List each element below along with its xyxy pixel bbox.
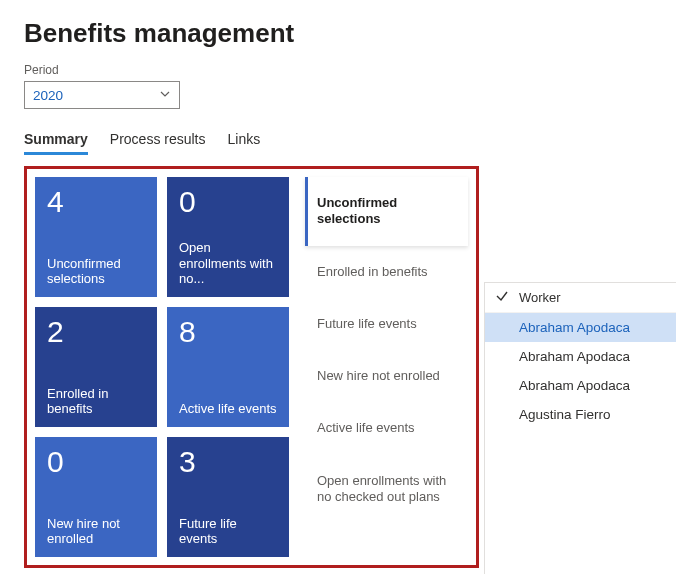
tile-count: 8 [179, 317, 277, 347]
tile-active-life-events[interactable]: 8 Active life events [167, 307, 289, 427]
worker-row[interactable]: Abraham Apodaca [485, 371, 676, 400]
list-item-active-life-events[interactable]: Active life events [305, 402, 468, 454]
tile-open-enrollments[interactable]: 0 Open enrollments with no... [167, 177, 289, 297]
tile-label: Active life events [179, 401, 277, 417]
period-select[interactable]: 2020 [24, 81, 180, 109]
worker-row[interactable]: Abraham Apodaca [485, 313, 676, 342]
period-value: 2020 [33, 88, 63, 103]
worker-row[interactable]: Abraham Apodaca [485, 342, 676, 371]
tile-label: Enrolled in benefits [47, 386, 145, 417]
worker-panel: Worker Abraham Apodaca Abraham Apodaca A… [484, 282, 676, 574]
tile-future-life-events[interactable]: 3 Future life events [167, 437, 289, 557]
tile-enrolled-in-benefits[interactable]: 2 Enrolled in benefits [35, 307, 157, 427]
tile-grid: 4 Unconfirmed selections 0 Open enrollme… [35, 177, 289, 557]
tab-process-results[interactable]: Process results [110, 127, 206, 155]
list-item-unconfirmed-selections[interactable]: Unconfirmed selections [305, 177, 468, 246]
list-item-new-hire-not-enrolled[interactable]: New hire not enrolled [305, 350, 468, 402]
tile-label: New hire not enrolled [47, 516, 145, 547]
list-item-future-life-events[interactable]: Future life events [305, 298, 468, 350]
period-label: Period [24, 63, 652, 77]
check-icon [495, 289, 509, 306]
tab-links[interactable]: Links [228, 127, 261, 155]
worker-row[interactable]: Agustina Fierro [485, 400, 676, 429]
page-title: Benefits management [24, 18, 652, 49]
tab-summary[interactable]: Summary [24, 127, 88, 155]
tile-count: 4 [47, 187, 145, 217]
tile-count: 0 [179, 187, 277, 217]
summary-highlight-frame: 4 Unconfirmed selections 0 Open enrollme… [24, 166, 479, 568]
tile-unconfirmed-selections[interactable]: 4 Unconfirmed selections [35, 177, 157, 297]
tile-label: Future life events [179, 516, 277, 547]
worker-column-header[interactable]: Worker [485, 283, 676, 313]
chevron-down-icon [159, 88, 171, 103]
tile-count: 2 [47, 317, 145, 347]
list-item-open-enrollments-no-plans[interactable]: Open enrollments with no checked out pla… [305, 455, 468, 524]
tabs: Summary Process results Links [24, 127, 652, 156]
tile-label: Unconfirmed selections [47, 256, 145, 287]
tile-new-hire-not-enrolled[interactable]: 0 New hire not enrolled [35, 437, 157, 557]
worker-header-label: Worker [519, 290, 561, 305]
list-item-enrolled-in-benefits[interactable]: Enrolled in benefits [305, 246, 468, 298]
tile-label: Open enrollments with no... [179, 240, 277, 287]
tile-count: 3 [179, 447, 277, 477]
tile-count: 0 [47, 447, 145, 477]
summary-list: Unconfirmed selections Enrolled in benef… [305, 177, 468, 557]
